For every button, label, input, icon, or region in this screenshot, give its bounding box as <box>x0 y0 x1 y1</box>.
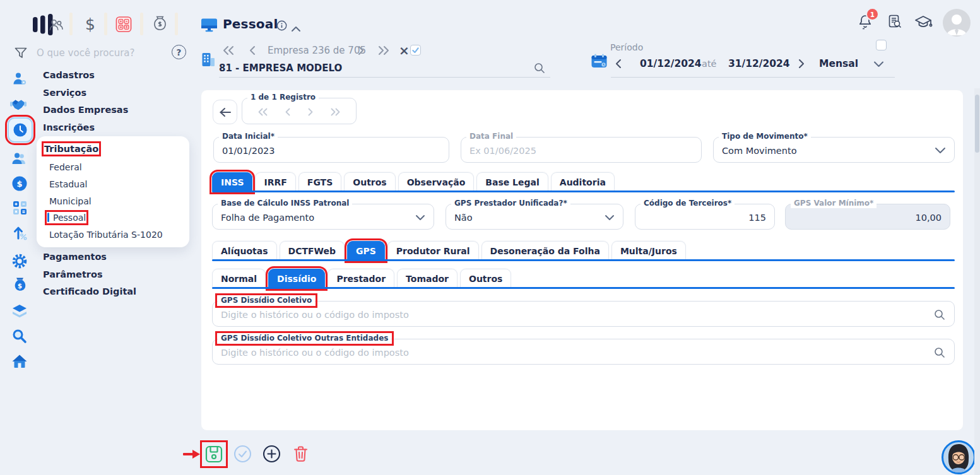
tab-observacao[interactable]: Observação <box>398 172 475 192</box>
tab-dissidio[interactable]: Dissídio <box>268 269 325 288</box>
search-blue-icon[interactable] <box>11 328 28 344</box>
graduation-cap-icon[interactable] <box>914 15 933 33</box>
record-prev-icon[interactable] <box>285 108 291 116</box>
base-calculo-chevron-icon[interactable] <box>415 214 425 221</box>
sidebar-search-input[interactable] <box>37 45 163 61</box>
collapse-chevron-up-icon[interactable] <box>291 23 301 35</box>
sidebar-item-cadastros[interactable]: Cadastros <box>43 70 95 80</box>
confirm-button[interactable] <box>233 445 252 463</box>
tab-outros[interactable]: Outros <box>344 172 395 192</box>
tab-multa-juros[interactable]: Multa/Juros <box>611 241 686 261</box>
increase-percent-icon[interactable] <box>11 224 28 240</box>
tab-inss[interactable]: INSS <box>212 172 252 192</box>
field-data-final[interactable]: Data Final <box>461 137 702 163</box>
cadastros-person-gear-icon[interactable] <box>11 71 28 87</box>
pagamentos-gear-icon[interactable] <box>11 253 28 269</box>
help-icon[interactable]: ? <box>172 45 186 59</box>
submenu-item-municipal[interactable]: Municipal <box>49 196 92 206</box>
data-final-input[interactable] <box>469 146 693 156</box>
submenu-item-estadual[interactable]: Estadual <box>49 179 87 189</box>
back-button[interactable] <box>213 100 237 124</box>
sidebar-item-parametros[interactable]: Parâmetros <box>43 269 103 279</box>
tributacao-clock-icon-active[interactable] <box>8 117 33 143</box>
tab-aliquotas[interactable]: Alíquotas <box>212 241 277 261</box>
sidebar-item-pagamentos[interactable]: Pagamentos <box>43 252 107 262</box>
data-inicial-input[interactable] <box>222 146 440 156</box>
scrollbar-thumb[interactable] <box>975 95 979 153</box>
field-base-calculo[interactable]: Base de Cálculo INSS Patronal Folha de P… <box>212 204 434 230</box>
tab-produtor-rural[interactable]: Produtor Rural <box>387 241 479 261</box>
gps-dissidio-outras-search-icon[interactable] <box>933 346 946 359</box>
tab-irrf[interactable]: IRRF <box>255 172 295 192</box>
period-next-icon[interactable] <box>798 59 805 69</box>
tab-normal[interactable]: Normal <box>212 269 266 288</box>
employees-icon[interactable] <box>48 16 64 33</box>
gps-dissidio-coletivo-input[interactable] <box>221 310 915 320</box>
servicos-handshake-icon[interactable] <box>10 96 27 112</box>
field-gps-dissidio-outras[interactable]: GPS Dissídio Coletivo Outras Entidades <box>212 339 955 365</box>
company-checkbox-checked[interactable] <box>410 45 421 56</box>
save-button[interactable] <box>203 443 225 466</box>
layers-icon[interactable] <box>11 303 28 319</box>
period-mode-chevron-icon[interactable] <box>873 61 884 67</box>
tab-fgts[interactable]: FGTS <box>298 172 341 192</box>
field-tipo-movimento[interactable]: Tipo de Movimento* Com Movimento <box>713 137 955 163</box>
record-first-icon[interactable] <box>257 108 268 116</box>
tab-tomador[interactable]: Tomador <box>397 269 458 288</box>
home-icon[interactable] <box>11 353 28 370</box>
period-end-date[interactable]: 31/12/2024 <box>728 58 790 69</box>
tab-prestador[interactable]: Prestador <box>328 269 394 288</box>
gps-dissidio-outras-input[interactable] <box>221 348 915 358</box>
svg-text:$: $ <box>17 281 21 289</box>
tab-gps[interactable]: GPS <box>347 241 385 261</box>
company-search-icon[interactable] <box>533 62 546 74</box>
info-icon[interactable] <box>276 20 287 33</box>
gps-prestador-chevron-icon[interactable] <box>605 214 615 221</box>
users-two-icon[interactable] <box>11 150 28 167</box>
submenu-item-pessoal-selected[interactable]: Pessoal <box>47 213 86 223</box>
tab-auditoria[interactable]: Auditoria <box>551 172 615 192</box>
data-final-label: Data Final <box>466 132 516 141</box>
money-bag-icon[interactable] <box>151 15 168 32</box>
period-mode-select[interactable]: Mensal <box>819 58 858 69</box>
field-data-inicial[interactable]: Data Inicial* <box>213 137 449 163</box>
field-gps-prestador[interactable]: GPS Prestador Unificada?* Não <box>446 204 623 230</box>
codigo-terceiros-input[interactable] <box>644 213 766 223</box>
sidebar-item-dados-empresas[interactable]: Dados Empresas <box>43 105 128 115</box>
company-first-icon[interactable] <box>222 45 235 56</box>
money-bag-blue-icon[interactable]: $ <box>11 276 28 293</box>
sidebar-item-certificado-digital[interactable]: Certificado Digital <box>43 286 136 296</box>
add-button[interactable] <box>263 445 281 463</box>
field-codigo-terceiros[interactable]: Código de Terceiros* <box>635 204 775 230</box>
company-clear-icon[interactable]: × <box>399 43 410 58</box>
record-last-icon[interactable] <box>330 108 341 116</box>
tab-base-legal[interactable]: Base Legal <box>476 172 548 192</box>
period-start-date[interactable]: 01/12/2024 <box>640 58 702 69</box>
sidebar-item-servicos[interactable]: Serviços <box>43 88 86 98</box>
period-prev-icon[interactable] <box>615 59 622 69</box>
gps-dissidio-coletivo-search-icon[interactable] <box>933 308 946 321</box>
company-prev-icon[interactable] <box>249 45 256 56</box>
calculator-icon-active[interactable] <box>115 16 132 32</box>
company-last-icon[interactable] <box>377 45 390 56</box>
company-next-icon[interactable] <box>357 45 365 56</box>
record-next-icon[interactable] <box>307 108 314 116</box>
period-checkbox-unchecked[interactable] <box>876 40 887 50</box>
document-search-icon[interactable] <box>887 14 903 32</box>
submenu-header-tributacao[interactable]: Tributação <box>44 144 98 154</box>
tab-dctfweb[interactable]: DCTFWeb <box>280 241 345 261</box>
tipo-movimento-chevron-icon[interactable] <box>935 147 946 154</box>
sidebar-item-inscricoes[interactable]: Inscrições <box>43 122 95 132</box>
submenu-item-federal[interactable]: Federal <box>49 162 82 172</box>
finance-dollar-icon[interactable]: $ <box>82 16 98 32</box>
dollar-circle-icon[interactable]: $ <box>11 175 28 192</box>
delete-button[interactable] <box>293 445 309 462</box>
assistant-avatar[interactable] <box>942 440 976 474</box>
tab-outros-gps[interactable]: Outros <box>460 269 511 288</box>
user-avatar[interactable] <box>943 9 971 37</box>
tab-desoneracao-folha[interactable]: Desoneração da Folha <box>481 241 609 261</box>
field-gps-dissidio-coletivo[interactable]: GPS Dissídio Coletivo <box>212 301 955 327</box>
filter-icon[interactable] <box>14 46 28 62</box>
submenu-item-lotacao-tributaria[interactable]: Lotação Tributária S-1020 <box>49 230 163 240</box>
calculator-blue-icon[interactable] <box>11 199 28 216</box>
